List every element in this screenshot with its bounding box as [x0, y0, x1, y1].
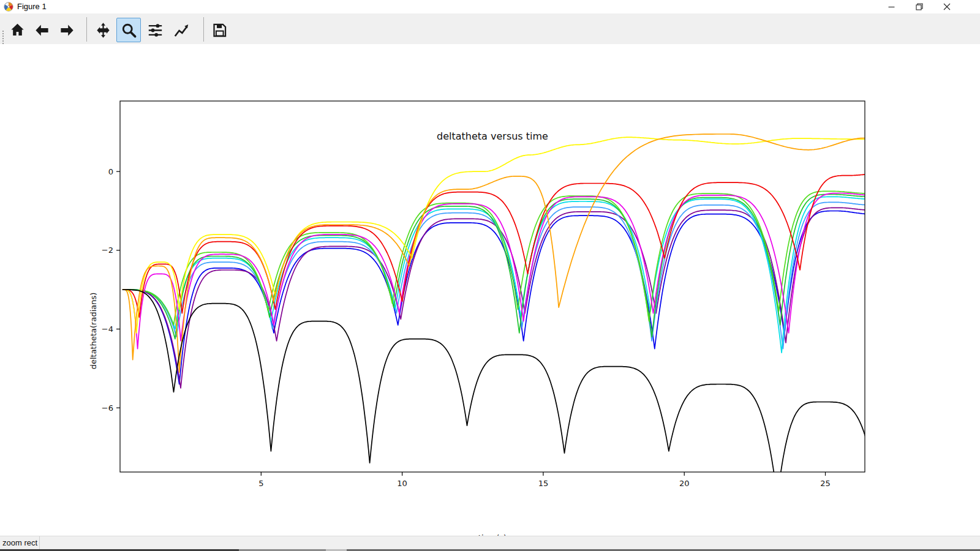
- pan-button[interactable]: [91, 18, 115, 42]
- series-red: [123, 174, 871, 318]
- back-button[interactable]: [29, 18, 54, 42]
- minimize-button[interactable]: [878, 0, 905, 13]
- minimize-icon: [888, 4, 895, 10]
- back-icon: [34, 22, 50, 39]
- plot-title: deltatheta versus time: [120, 130, 865, 142]
- matplotlib-logo-icon: [4, 2, 13, 12]
- series-blue: [123, 211, 871, 384]
- pan-icon: [95, 22, 111, 39]
- edit-parameters-button[interactable]: [169, 18, 194, 42]
- toolbar-message: zoom rect: [2, 538, 37, 547]
- matplotlib-toolbar: [0, 13, 980, 45]
- x-tick-label: 15: [538, 479, 549, 488]
- close-icon: [943, 3, 951, 10]
- toolbar-separator: [86, 17, 87, 42]
- forward-icon: [59, 22, 75, 39]
- x-tick-label: 25: [820, 479, 831, 488]
- window-titlebar[interactable]: Figure 1: [0, 0, 980, 13]
- zoom-button[interactable]: [116, 18, 141, 42]
- figure-canvas[interactable]: 5101520250−2−4−6 deltatheta versus time …: [0, 44, 980, 536]
- y-tick-label: −4: [102, 324, 113, 334]
- series-yellow: [123, 137, 865, 333]
- close-button[interactable]: [933, 0, 960, 13]
- y-tick-label: 0: [108, 167, 113, 176]
- save-button[interactable]: [207, 18, 232, 42]
- home-button[interactable]: [5, 18, 29, 42]
- x-tick-label: 20: [679, 479, 690, 488]
- save-icon: [211, 22, 228, 39]
- maximize-restore-button[interactable]: [905, 0, 933, 13]
- configure-subplots-icon: [147, 22, 164, 39]
- y-axis-label: deltatheta(radians): [89, 274, 98, 388]
- zoom-icon: [121, 22, 137, 39]
- window-title: Figure 1: [17, 2, 47, 11]
- x-tick-label: 10: [397, 479, 407, 488]
- series-group: [123, 134, 891, 506]
- toolbar-separator: [203, 17, 204, 42]
- series-cyan: [123, 197, 871, 353]
- home-icon: [9, 22, 26, 39]
- plot-area[interactable]: 5101520250−2−4−6: [0, 44, 980, 536]
- y-tick-label: −2: [102, 246, 113, 255]
- forward-button[interactable]: [55, 18, 79, 42]
- restore-icon: [916, 3, 923, 10]
- edit-parameters-icon: [173, 22, 190, 39]
- configure-subplots-button[interactable]: [143, 18, 167, 42]
- series-magenta: [123, 193, 871, 349]
- statusbar: zoom rect: [0, 536, 980, 550]
- y-tick-label: −6: [102, 403, 113, 413]
- statusbar-divider: [39, 536, 40, 550]
- x-tick-label: 5: [258, 479, 263, 488]
- axes-spines: [120, 101, 865, 472]
- series-black: [123, 290, 891, 506]
